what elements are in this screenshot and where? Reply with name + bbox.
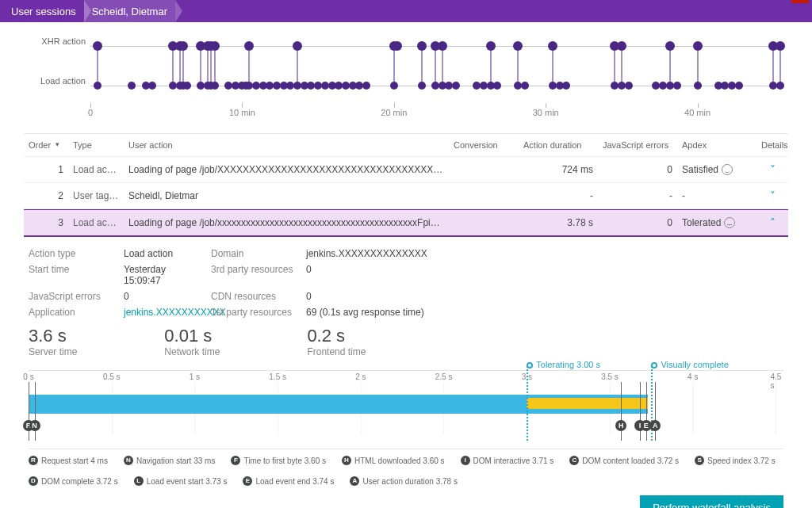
wf-tick: 4 s: [688, 372, 698, 381]
legend-item: CDOM content loaded 3.72 s: [569, 456, 679, 465]
legend-item: SSpeed index 3.72 s: [695, 456, 776, 465]
plot-point[interactable]: [183, 82, 191, 90]
plot-point[interactable]: [521, 82, 529, 90]
legend-item: NNavigation start 33 ms: [124, 456, 216, 465]
cell-type: Load action: [68, 217, 124, 228]
plot-point[interactable]: [562, 82, 570, 90]
cell-jserr: 0: [598, 164, 677, 175]
detail-panel: Action typeLoad action Domainjenkins.XXX…: [24, 237, 788, 508]
cell-action: Loading of page /job/xxxxxxxxxxxxxxxxxxx…: [124, 217, 449, 228]
session-timeline-plot: XHR action Load action 010 min20 min30 m…: [24, 30, 788, 109]
legend-item: AUser action duration 3.78 s: [350, 476, 458, 486]
detail-metrics: 3.6 sServer time 0.01 sNetwork time 0.2 …: [29, 326, 783, 357]
plot-point[interactable]: [418, 82, 426, 90]
breadcrumb-leaf[interactable]: Scheidl, Dietmar: [84, 0, 175, 22]
plot-point[interactable]: [776, 82, 784, 90]
plot-point[interactable]: [390, 82, 398, 90]
cell-duration: 3.78 s: [519, 217, 598, 228]
breadcrumb-bar: User sessions Scheidl, Dietmar: [0, 0, 812, 22]
cell-apdex: -: [677, 190, 756, 201]
table-header: Order Type User action Conversion Action…: [24, 134, 788, 157]
col-duration[interactable]: Action duration: [519, 140, 598, 150]
col-type[interactable]: Type: [68, 140, 124, 150]
col-action[interactable]: User action: [124, 140, 449, 150]
cell-apdex: Tolerated: [677, 217, 756, 229]
plot-point[interactable]: [94, 82, 102, 90]
plot-tick: 10 min: [229, 108, 255, 117]
table-row[interactable]: 3Load actionLoading of page /job/xxxxxxx…: [24, 209, 788, 237]
expand-toggle[interactable]: ˅: [756, 189, 788, 202]
cell-order: 2: [24, 190, 68, 201]
perform-waterfall-button[interactable]: Perform waterfall analysis: [640, 495, 783, 508]
plot-point[interactable]: [128, 82, 136, 90]
legend-item: LLoad event start 3.73 s: [134, 476, 228, 486]
breadcrumb-root[interactable]: User sessions: [3, 0, 84, 22]
application-link[interactable]: jenkins.XXXXXXXXXXX: [124, 307, 203, 318]
expand-toggle[interactable]: ˅: [756, 163, 788, 176]
wf-tick: 0 s: [23, 372, 33, 381]
cell-action: Loading of page /job/XXXXXXXXXXXXXXXXXXX…: [124, 164, 449, 175]
cell-action: Scheidl, Dietmar: [124, 190, 449, 201]
action-table: Order Type User action Conversion Action…: [24, 133, 788, 508]
wf-tick: 1.5 s: [269, 372, 286, 381]
detail-kv: Action typeLoad action Domainjenkins.XXX…: [29, 248, 783, 318]
wf-marker: A: [649, 420, 661, 431]
plot-point[interactable]: [362, 82, 370, 90]
apdex-face-icon: [724, 217, 735, 228]
plot-point[interactable]: [452, 82, 460, 90]
plot-tick: 0: [88, 108, 93, 117]
cell-duration: -: [519, 190, 598, 201]
expand-toggle[interactable]: ˄: [756, 216, 788, 229]
wf-tick: 2.5 s: [435, 372, 453, 381]
cell-order: 3: [24, 217, 68, 228]
col-details[interactable]: Details: [756, 140, 788, 150]
plot-point[interactable]: [211, 82, 219, 90]
waterfall-legend: RRequest start 4 msNNavigation start 33 …: [29, 456, 783, 486]
plot-point[interactable]: [625, 82, 633, 90]
cell-duration: 724 ms: [519, 164, 598, 175]
cell-jserr: 0: [598, 217, 677, 228]
wf-tick: 1 s: [190, 372, 200, 381]
waterfall-chart: 0 s0.5 s1 s1.5 s2 s2.5 s3 s3.5 s4 s4.5 s…: [29, 370, 783, 449]
legend-item: HHTML downloaded 3.60 s: [342, 456, 445, 465]
wf-tick: 0.5 s: [103, 372, 121, 381]
plot-tick: 40 min: [684, 108, 710, 117]
wf-bar-frontend: [527, 398, 647, 409]
wf-tick: 4.5 s: [771, 372, 782, 390]
cell-type: Load action: [68, 164, 124, 175]
plot-tick: 20 min: [381, 108, 407, 117]
cell-apdex: Satisfied: [677, 164, 756, 176]
wf-tick: 2 s: [355, 372, 366, 381]
plot-tick: 30 min: [533, 108, 559, 117]
wf-tick: 3.5 s: [601, 372, 619, 381]
plot-point[interactable]: [673, 82, 681, 90]
cell-order: 1: [24, 164, 68, 175]
plot-point[interactable]: [148, 82, 156, 90]
cell-jserr: -: [598, 190, 677, 201]
wf-flag-tolerating: Tolerating 3.00 s: [527, 360, 600, 369]
alert-indicator[interactable]: [791, 0, 809, 3]
col-order[interactable]: Order: [24, 140, 68, 150]
table-row[interactable]: 2User tag ev...Scheidl, Dietmar---˅: [24, 183, 788, 209]
legend-item: IDOM interactive 3.71 s: [461, 456, 554, 465]
plot-point[interactable]: [735, 82, 743, 90]
plot-row-label-xhr: XHR action: [41, 36, 86, 46]
legend-item: RRequest start 4 ms: [29, 456, 108, 465]
legend-item: DDOM complete 3.72 s: [29, 476, 118, 486]
wf-marker: H: [615, 420, 626, 431]
legend-item: FTime to first byte 3.60 s: [231, 456, 326, 465]
col-conversion[interactable]: Conversion: [449, 140, 519, 150]
wf-marker: N: [29, 420, 40, 431]
plot-point[interactable]: [493, 82, 501, 90]
plot-point[interactable]: [694, 82, 702, 90]
legend-item: ELoad event end 3.74 s: [243, 476, 334, 486]
table-row[interactable]: 1Load actionLoading of page /job/XXXXXXX…: [24, 157, 788, 183]
plot-row-label-load: Load action: [40, 76, 86, 86]
col-jserr[interactable]: JavaScript errors: [598, 140, 677, 150]
cell-type: User tag ev...: [68, 190, 124, 201]
wf-flag-visually: Visually complete: [651, 360, 728, 369]
apdex-face-icon: [722, 164, 733, 175]
col-apdex[interactable]: Apdex: [677, 140, 756, 150]
